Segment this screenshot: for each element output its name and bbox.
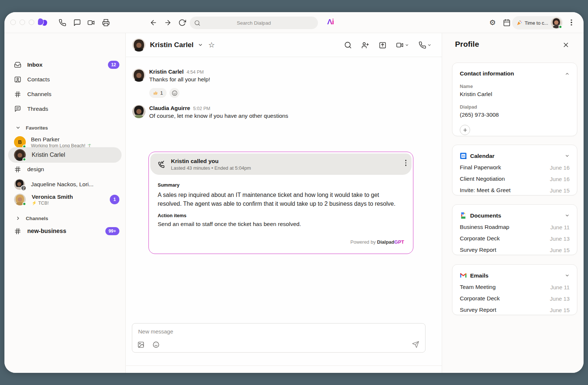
chevron-down-icon[interactable] xyxy=(405,43,409,47)
chevron-down-icon xyxy=(15,125,21,130)
card-title: Documents xyxy=(470,212,561,219)
add-reaction-icon[interactable] xyxy=(169,88,179,98)
chevron-down-icon[interactable] xyxy=(565,213,570,218)
window-dot[interactable] xyxy=(10,20,16,25)
sidebar-item-new-business[interactable]: new-business 99+ xyxy=(4,224,125,239)
composer-placeholder: New message xyxy=(138,328,173,335)
search-in-chat-icon[interactable] xyxy=(344,41,352,49)
calendar-row[interactable]: Final PaperworkJune 16 xyxy=(460,164,570,171)
message: Claudia Aguirre 5:02 PM Of course, let m… xyxy=(132,105,288,119)
document-row[interactable]: Corporate DeckJune 13 xyxy=(460,235,570,242)
message-text: Thanks for all your help! xyxy=(149,76,210,83)
svg-text:31: 31 xyxy=(462,155,465,158)
more-menu-icon[interactable] xyxy=(567,18,575,27)
sidebar-item-veronica-smith[interactable]: Veronica Smith ⚡TCB! 1 xyxy=(4,191,125,208)
add-person-icon[interactable] xyxy=(361,41,369,49)
search-input[interactable]: Search Dialpad xyxy=(190,17,318,29)
chevron-up-icon[interactable] xyxy=(565,71,570,76)
name-label: Name xyxy=(460,84,570,89)
favorites-section-header[interactable]: Favorites xyxy=(4,124,125,132)
inbox-icon xyxy=(14,61,21,68)
sidebar-item-jaqueline-group[interactable]: 2 Jaqueline Nackos, Lori... xyxy=(4,178,125,191)
thumbs-up-reaction[interactable]: 1 xyxy=(149,88,167,98)
calendar-row[interactable]: Invite: Meet & GreetJune 15 xyxy=(460,187,570,194)
close-icon[interactable] xyxy=(562,41,570,49)
phone-value: (265) 973-3008 xyxy=(460,112,570,118)
chevron-down-icon[interactable] xyxy=(565,273,570,278)
attach-image-icon[interactable] xyxy=(137,341,144,348)
message-text: Of course, let me know if you have any o… xyxy=(149,113,288,119)
sidebar-item-label: Threads xyxy=(27,106,48,112)
chat-icon[interactable] xyxy=(73,18,81,27)
call-card-menu-icon[interactable] xyxy=(405,160,407,166)
chat-area: Kristin Carlel ☆ xyxy=(126,33,442,373)
presence-dot xyxy=(22,202,26,206)
message: Kristin Carlel 4:54 PM Thanks for all yo… xyxy=(132,68,210,83)
incoming-call-icon xyxy=(157,160,165,168)
hash-icon xyxy=(14,91,21,98)
chevron-down-icon[interactable] xyxy=(198,42,203,47)
unread-badge: 1 xyxy=(110,195,119,204)
status-text: TCB! xyxy=(38,201,49,206)
chat-title[interactable]: Kristin Carlel xyxy=(150,41,193,49)
settings-gear-icon[interactable]: ⚙ xyxy=(489,18,497,27)
presence-dot xyxy=(22,158,26,161)
channels-section-header[interactable]: Channels xyxy=(4,214,125,222)
sidebar-item-design[interactable]: design xyxy=(4,163,125,176)
phone-call-icon[interactable] xyxy=(419,41,431,49)
back-icon[interactable] xyxy=(149,18,157,27)
video-icon[interactable] xyxy=(87,18,95,27)
avatar: B xyxy=(14,136,26,148)
document-row[interactable]: Survey ReportJune 15 xyxy=(460,247,570,253)
call-card-title: Kristin called you xyxy=(171,158,251,165)
channel-name: new-business xyxy=(27,228,66,234)
chat-header: Kristin Carlel ☆ xyxy=(126,33,442,57)
message-author: Kristin Carlel xyxy=(149,68,183,75)
hash-icon xyxy=(14,166,21,173)
inbox-badge: 12 xyxy=(108,61,119,69)
window-controls[interactable] xyxy=(10,20,34,25)
chevron-right-icon xyxy=(15,216,21,221)
email-row[interactable]: Corporate DeckJune 13 xyxy=(460,295,570,302)
party-popper-icon xyxy=(517,20,522,26)
add-contact-detail-button[interactable] xyxy=(460,125,470,135)
avatar xyxy=(14,194,26,205)
message-time: 5:02 PM xyxy=(193,106,210,111)
screen-share-icon[interactable] xyxy=(379,41,386,49)
sidebar-item-contacts[interactable]: Contacts xyxy=(4,72,125,87)
refresh-icon[interactable] xyxy=(178,18,186,27)
email-row[interactable]: Survey ReportJune 15 xyxy=(460,307,570,313)
sidebar-item-inbox[interactable]: Inbox 12 xyxy=(4,57,125,72)
window-dot[interactable] xyxy=(29,20,34,25)
emoji-icon[interactable] xyxy=(153,341,160,348)
sidebar-item-kristin-carlel[interactable]: Kristin Carlel xyxy=(4,148,125,162)
forward-icon[interactable] xyxy=(164,18,172,27)
sidebar-item-threads[interactable]: Threads xyxy=(4,102,125,116)
dialpad-ai-icon[interactable]: Λi xyxy=(327,17,334,26)
calendar-row[interactable]: Client NegotiationJune 16 xyxy=(460,176,570,182)
email-row[interactable]: Team MeetingJune 11 xyxy=(460,284,570,290)
call-card-header: Kristin called you Lasted 43 minutes • E… xyxy=(150,153,412,175)
user-status-pill[interactable]: Time to c... xyxy=(512,16,563,29)
hash-icon xyxy=(14,227,21,235)
print-icon[interactable] xyxy=(102,18,110,27)
status-text: Time to c... xyxy=(525,20,548,26)
calendar-icon[interactable] xyxy=(503,18,511,27)
powered-by: Powered by DialpadGPT xyxy=(350,239,404,245)
contacts-icon xyxy=(14,76,21,83)
sidebar-item-channels[interactable]: Channels xyxy=(4,87,125,102)
chevron-down-icon[interactable] xyxy=(565,153,570,158)
chevron-down-icon[interactable] xyxy=(427,43,431,47)
favorite-star-icon[interactable]: ☆ xyxy=(208,40,215,49)
chat-avatar[interactable] xyxy=(132,38,146,52)
send-icon[interactable] xyxy=(412,341,419,348)
message-composer[interactable]: New message xyxy=(132,323,426,353)
sidebar-item-label: Channels xyxy=(27,91,52,98)
user-avatar[interactable] xyxy=(551,17,562,28)
phone-icon[interactable] xyxy=(58,18,66,27)
message-reactions: 1 xyxy=(149,88,179,98)
window-dot[interactable] xyxy=(20,20,25,25)
card-title: Calendar xyxy=(470,153,561,159)
document-row[interactable]: Business RoadmapJune 11 xyxy=(460,224,570,230)
video-call-icon[interactable] xyxy=(396,41,409,49)
